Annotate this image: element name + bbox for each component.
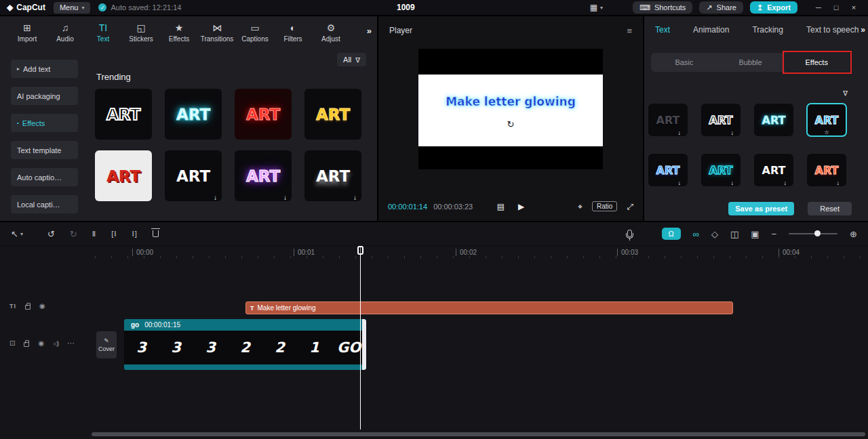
fit-button[interactable]: ⌖: [578, 202, 583, 211]
reset-button[interactable]: Reset: [808, 202, 852, 215]
delete-left-button[interactable]: [Ⅰ: [111, 230, 117, 238]
toolbar-tab-filters[interactable]: ◐ Filters: [274, 23, 312, 43]
record-voiceover-button[interactable]: [627, 229, 650, 239]
effect-tile[interactable]: ART ↓ ☆: [701, 104, 741, 136]
effect-tile[interactable]: ART ↓ ☆: [807, 154, 846, 186]
share-button[interactable]: ↗ Share: [699, 1, 743, 14]
toolbar-tab-import[interactable]: ⊞ Import: [8, 23, 46, 43]
zoom-in-button[interactable]: ⊕: [850, 229, 857, 239]
sidebar-item-effects[interactable]: • Effects: [11, 114, 78, 132]
menu-button[interactable]: Menu ▾: [54, 2, 91, 14]
fullscreen-button[interactable]: ⤢: [627, 202, 633, 211]
player-menu-icon[interactable]: ≡: [627, 26, 632, 36]
effect-tile[interactable]: ART: [165, 89, 222, 140]
zoom-slider-knob[interactable]: [814, 230, 821, 236]
tab-tracking[interactable]: Tracking: [752, 25, 783, 35]
lock-icon[interactable]: [24, 342, 29, 347]
video-track-header: ⊡ ◉ ◁) ⋯: [9, 339, 75, 348]
video-frame-content: Make letter glowing ↻: [418, 75, 603, 146]
snapshot-button[interactable]: ▣: [751, 229, 759, 239]
sidebar-item-auto-captions[interactable]: Auto captio…: [11, 168, 78, 186]
layout-switch-button[interactable]: ▦ ▾: [590, 3, 603, 12]
effect-tile[interactable]: ART ↓: [235, 150, 292, 201]
sidebar-item-ai-packaging[interactable]: AI packaging: [11, 87, 78, 105]
effect-tile[interactable]: ART: [95, 150, 152, 201]
keyframe-button[interactable]: ◇: [711, 229, 718, 239]
close-button[interactable]: ×: [845, 3, 863, 12]
text-clip[interactable]: T Make letter glowing: [245, 301, 733, 314]
linking-toggle[interactable]: ∞: [693, 229, 699, 239]
tab-text-to-speech[interactable]: Text to speech: [806, 25, 859, 35]
main-track-magnet-toggle[interactable]: Ω: [662, 228, 681, 240]
delete-right-button[interactable]: Ⅰ]: [132, 230, 137, 238]
effect-tile[interactable]: ART: [304, 89, 361, 140]
more-tabs-icon[interactable]: »: [859, 25, 868, 35]
text-track-header: TI ◉: [9, 302, 45, 310]
timeline-zoom-slider[interactable]: [789, 233, 837, 234]
canvas-text-element[interactable]: Make letter glowing: [446, 95, 576, 108]
effect-tile[interactable]: ART ↓: [304, 150, 361, 201]
effect-tile[interactable]: ART ↓ ☆: [648, 104, 688, 136]
tab-animation[interactable]: Animation: [693, 25, 729, 35]
toolbar-tab-effects[interactable]: ★ Effects: [160, 23, 198, 43]
export-button[interactable]: ↥ Export: [750, 1, 797, 14]
save-as-preset-button[interactable]: Save as preset: [728, 202, 794, 215]
playhead[interactable]: [360, 247, 361, 430]
toolbar-tab-audio[interactable]: ♫ Audio: [46, 23, 84, 43]
clip-trim-handle[interactable]: [362, 319, 366, 370]
effect-tile[interactable]: ART: [235, 89, 292, 140]
sidebar-item-local-captions[interactable]: Local capti…: [11, 195, 78, 213]
zoom-out-button[interactable]: −: [772, 229, 777, 239]
effect-tile[interactable]: ART ↓ ☆: [648, 154, 688, 186]
eye-icon[interactable]: ◉: [39, 302, 45, 310]
play-button[interactable]: ▶: [518, 202, 524, 211]
shortcuts-button[interactable]: ⌨ Shortcuts: [633, 1, 692, 14]
effect-tile[interactable]: ART ↓: [165, 150, 222, 201]
eye-icon[interactable]: ◉: [38, 339, 44, 347]
playhead-handle[interactable]: [357, 246, 363, 255]
delete-button[interactable]: [153, 228, 159, 239]
export-label: Export: [767, 3, 791, 12]
video-clip[interactable]: go 00:00:01:15 3 3 3 2 2 1 GO: [124, 319, 366, 370]
toolbar-tab-stickers[interactable]: ◱ Stickers: [122, 23, 160, 43]
horizontal-scrollbar[interactable]: [92, 432, 865, 436]
lock-icon[interactable]: [25, 305, 31, 310]
toolbar-tab-adjust[interactable]: ⚙ Adjust: [312, 23, 350, 43]
select-tool-button[interactable]: ↖ ▾: [11, 229, 23, 239]
ratio-button[interactable]: Ratio: [592, 201, 617, 211]
toolbar-tab-text[interactable]: TI Text: [84, 23, 122, 43]
split-button[interactable]: Ⅱ: [92, 230, 96, 238]
subtab-basic[interactable]: Basic: [651, 53, 717, 72]
preview-axis-button[interactable]: ◫: [730, 229, 738, 239]
effect-tile-selected[interactable]: ART ☆: [807, 104, 846, 136]
filter-all-button[interactable]: All ∇: [337, 53, 366, 66]
clip-list-button[interactable]: ▤: [497, 202, 505, 211]
edit-cover-button[interactable]: ✎ Cover: [96, 331, 117, 358]
sidebar-item-add-text[interactable]: ▸ Add text: [11, 60, 78, 78]
maximize-button[interactable]: □: [827, 3, 845, 12]
more-options-icon[interactable]: ⋯: [67, 339, 75, 348]
toolbar-tab-transitions[interactable]: ⋈ Transitions: [198, 23, 236, 43]
minimize-button[interactable]: ─: [810, 3, 827, 12]
check-icon: ✓: [98, 3, 106, 12]
subtab-bubble[interactable]: Bubble: [717, 53, 784, 72]
timeline-ruler[interactable]: 00:00 00:01 00:02 00:03 00:04: [0, 245, 868, 259]
redo-button[interactable]: ↻: [70, 229, 77, 239]
effect-tile[interactable]: ART: [95, 89, 152, 140]
undo-button[interactable]: ↺: [47, 229, 55, 239]
effect-tile[interactable]: ART ☆: [754, 104, 793, 136]
ruler-label: 00:00: [132, 249, 153, 256]
filter-icon[interactable]: ∇: [843, 89, 848, 97]
effect-tile[interactable]: ART ↓ ☆: [754, 154, 793, 186]
toolbar-tab-captions[interactable]: ▭ Captions: [236, 23, 274, 43]
sidebar-item-text-template[interactable]: Text template: [11, 141, 78, 159]
video-preview[interactable]: Make letter glowing ↻: [418, 49, 603, 169]
speaker-icon[interactable]: ◁): [53, 340, 58, 347]
sidebar-item-label: Auto captio…: [17, 173, 62, 182]
frame-thumb: 3: [124, 339, 159, 356]
video-clip-duration: 00:00:01:15: [144, 321, 180, 329]
more-tools-icon[interactable]: »: [366, 26, 373, 36]
subtab-effects[interactable]: Effects: [783, 53, 850, 72]
effect-tile[interactable]: ART ↓ ☆: [701, 154, 741, 186]
tab-text[interactable]: Text: [655, 25, 670, 35]
